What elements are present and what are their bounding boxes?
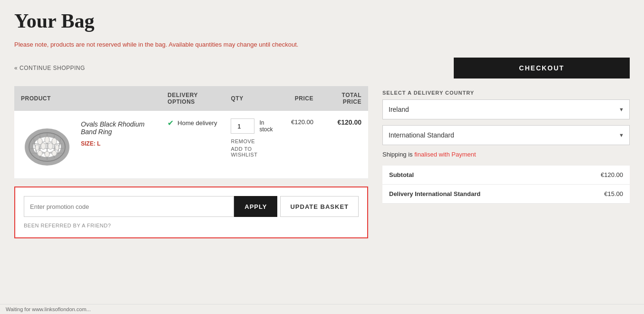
add-to-wishlist-link[interactable]: ADD TO WISHLIST bbox=[231, 146, 277, 157]
remove-link[interactable]: REMOVE bbox=[231, 138, 277, 144]
subtotal-row: Subtotal €120.00 bbox=[382, 166, 630, 185]
svg-point-20 bbox=[52, 150, 57, 156]
in-stock-label: In stock bbox=[259, 119, 277, 133]
delivery-option: ✔ Home delivery bbox=[167, 118, 217, 128]
shipping-note: Shipping is finalised with Payment bbox=[382, 151, 630, 158]
shipping-method-select[interactable]: International Standard International Exp… bbox=[382, 125, 630, 145]
cart-table: PRODUCT DELIVERY OPTIONS QTY PRICE TOTAL… bbox=[14, 86, 368, 179]
referred-friend-link[interactable]: BEEN REFERRED BY A FRIEND? bbox=[24, 223, 111, 228]
subtotal-label: Subtotal bbox=[382, 166, 567, 185]
country-select-wrapper: Ireland United Kingdom France Germany Un… bbox=[382, 99, 630, 119]
svg-point-18 bbox=[38, 150, 42, 156]
delivery-option-label: Home delivery bbox=[177, 119, 217, 127]
delivery-label: Delivery International Standard bbox=[382, 185, 567, 204]
promo-code-input[interactable] bbox=[24, 196, 234, 217]
left-section: PRODUCT DELIVERY OPTIONS QTY PRICE TOTAL… bbox=[14, 86, 368, 238]
promo-row: APPLY UPDATE BASKET bbox=[24, 196, 359, 217]
subtotal-value: €120.00 bbox=[567, 166, 630, 185]
delivery-value: €15.00 bbox=[567, 185, 630, 204]
page-title: Your Bag bbox=[14, 10, 630, 32]
product-cell: Ovals Black Rhodium Band Ring SIZE: L bbox=[14, 111, 161, 179]
ring-icon bbox=[23, 121, 71, 168]
product-name: Ovals Black Rhodium Band Ring bbox=[81, 120, 154, 136]
product-info: Ovals Black Rhodium Band Ring SIZE: L bbox=[81, 118, 154, 147]
col-price: PRICE bbox=[284, 86, 320, 111]
product-cell-inner: Ovals Black Rhodium Band Ring SIZE: L bbox=[21, 118, 154, 171]
qty-wrapper: In stock bbox=[231, 118, 277, 134]
checkout-button[interactable]: CHECKOUT bbox=[454, 58, 630, 78]
shipping-note-prefix: Shipping is bbox=[382, 151, 414, 158]
price-cell: €120.00 bbox=[284, 111, 320, 179]
delivery-row: Delivery International Standard €15.00 bbox=[382, 185, 630, 204]
col-delivery: DELIVERY OPTIONS bbox=[161, 86, 224, 111]
qty-cell: In stock REMOVE ADD TO WISHLIST bbox=[224, 111, 284, 179]
delivery-cell: ✔ Home delivery bbox=[161, 111, 224, 179]
checkmark-icon: ✔ bbox=[167, 118, 174, 128]
promo-section: APPLY UPDATE BASKET BEEN REFERRED BY A F… bbox=[14, 186, 368, 238]
top-bar: « CONTINUE SHOPPING CHECKOUT bbox=[14, 58, 630, 78]
svg-point-17 bbox=[55, 145, 59, 150]
product-image bbox=[21, 118, 73, 171]
col-product: PRODUCT bbox=[14, 86, 161, 111]
size-label: SIZE: bbox=[81, 140, 96, 147]
table-header-row: PRODUCT DELIVERY OPTIONS QTY PRICE TOTAL… bbox=[14, 86, 368, 111]
notice-text: Please note, products are not reserved w… bbox=[14, 41, 630, 48]
size-value: L bbox=[97, 140, 100, 147]
svg-point-16 bbox=[48, 143, 53, 149]
update-basket-button[interactable]: UPDATE BASKET bbox=[280, 196, 359, 217]
quantity-input[interactable] bbox=[231, 118, 254, 134]
country-select[interactable]: Ireland United Kingdom France Germany Un… bbox=[382, 99, 630, 119]
table-row: Ovals Black Rhodium Band Ring SIZE: L bbox=[14, 111, 368, 179]
svg-point-15 bbox=[41, 143, 46, 149]
payment-link[interactable]: finalised with Payment bbox=[414, 151, 476, 158]
continue-shopping-link[interactable]: « CONTINUE SHOPPING bbox=[14, 65, 85, 71]
right-section: SELECT A DELIVERY COUNTRY Ireland United… bbox=[382, 86, 630, 204]
product-size: SIZE: L bbox=[81, 140, 154, 147]
col-total-price: TOTAL PRICE bbox=[320, 86, 368, 111]
svg-point-14 bbox=[35, 145, 39, 150]
select-country-label: SELECT A DELIVERY COUNTRY bbox=[382, 90, 630, 96]
apply-button[interactable]: APPLY bbox=[234, 196, 277, 217]
total-price-cell: €120.00 bbox=[320, 111, 368, 179]
svg-point-19 bbox=[45, 151, 49, 157]
svg-point-13 bbox=[52, 138, 57, 145]
summary-table: Subtotal €120.00 Delivery International … bbox=[382, 166, 630, 204]
svg-point-12 bbox=[45, 137, 49, 143]
col-qty: QTY bbox=[224, 86, 284, 111]
shipping-select-wrapper: International Standard International Exp… bbox=[382, 125, 630, 145]
